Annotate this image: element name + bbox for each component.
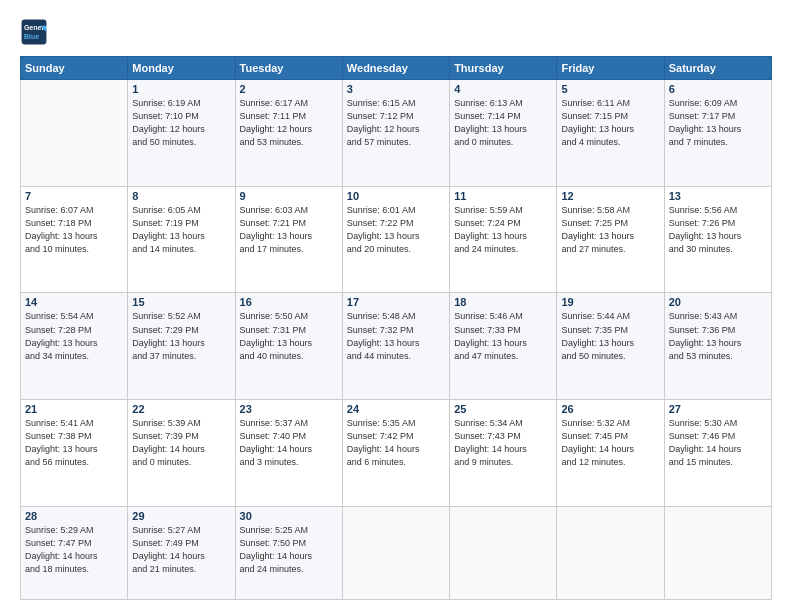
day-info: Sunrise: 6:11 AM Sunset: 7:15 PM Dayligh… [561,97,659,149]
calendar-cell: 22Sunrise: 5:39 AM Sunset: 7:39 PM Dayli… [128,400,235,507]
day-number: 1 [132,83,230,95]
weekday-header-sunday: Sunday [21,57,128,80]
day-number: 25 [454,403,552,415]
calendar-cell: 8Sunrise: 6:05 AM Sunset: 7:19 PM Daylig… [128,186,235,293]
day-number: 3 [347,83,445,95]
calendar-week-4: 21Sunrise: 5:41 AM Sunset: 7:38 PM Dayli… [21,400,772,507]
day-info: Sunrise: 5:27 AM Sunset: 7:49 PM Dayligh… [132,524,230,576]
day-info: Sunrise: 6:15 AM Sunset: 7:12 PM Dayligh… [347,97,445,149]
page: General Blue SundayMondayTuesdayWednesda… [0,0,792,612]
day-info: Sunrise: 6:17 AM Sunset: 7:11 PM Dayligh… [240,97,338,149]
day-info: Sunrise: 6:03 AM Sunset: 7:21 PM Dayligh… [240,204,338,256]
calendar-cell: 10Sunrise: 6:01 AM Sunset: 7:22 PM Dayli… [342,186,449,293]
day-number: 20 [669,296,767,308]
day-number: 29 [132,510,230,522]
day-number: 9 [240,190,338,202]
day-info: Sunrise: 6:19 AM Sunset: 7:10 PM Dayligh… [132,97,230,149]
calendar-week-2: 7Sunrise: 6:07 AM Sunset: 7:18 PM Daylig… [21,186,772,293]
calendar-cell: 1Sunrise: 6:19 AM Sunset: 7:10 PM Daylig… [128,80,235,187]
header: General Blue [20,18,772,46]
day-number: 19 [561,296,659,308]
day-info: Sunrise: 6:07 AM Sunset: 7:18 PM Dayligh… [25,204,123,256]
calendar-cell: 14Sunrise: 5:54 AM Sunset: 7:28 PM Dayli… [21,293,128,400]
calendar-cell [664,506,771,599]
calendar-cell: 5Sunrise: 6:11 AM Sunset: 7:15 PM Daylig… [557,80,664,187]
calendar-cell [21,80,128,187]
day-info: Sunrise: 5:58 AM Sunset: 7:25 PM Dayligh… [561,204,659,256]
day-info: Sunrise: 5:34 AM Sunset: 7:43 PM Dayligh… [454,417,552,469]
svg-rect-0 [22,20,47,45]
day-number: 2 [240,83,338,95]
day-number: 28 [25,510,123,522]
calendar-cell: 20Sunrise: 5:43 AM Sunset: 7:36 PM Dayli… [664,293,771,400]
calendar-cell [557,506,664,599]
day-info: Sunrise: 5:41 AM Sunset: 7:38 PM Dayligh… [25,417,123,469]
day-number: 23 [240,403,338,415]
day-number: 13 [669,190,767,202]
logo-icon: General Blue [20,18,48,46]
day-number: 14 [25,296,123,308]
calendar-header-row: SundayMondayTuesdayWednesdayThursdayFrid… [21,57,772,80]
calendar-cell: 26Sunrise: 5:32 AM Sunset: 7:45 PM Dayli… [557,400,664,507]
svg-text:Blue: Blue [24,33,39,40]
day-number: 26 [561,403,659,415]
calendar-week-1: 1Sunrise: 6:19 AM Sunset: 7:10 PM Daylig… [21,80,772,187]
day-info: Sunrise: 5:39 AM Sunset: 7:39 PM Dayligh… [132,417,230,469]
day-number: 17 [347,296,445,308]
day-number: 5 [561,83,659,95]
day-info: Sunrise: 5:29 AM Sunset: 7:47 PM Dayligh… [25,524,123,576]
calendar-cell: 11Sunrise: 5:59 AM Sunset: 7:24 PM Dayli… [450,186,557,293]
calendar-cell: 24Sunrise: 5:35 AM Sunset: 7:42 PM Dayli… [342,400,449,507]
calendar-cell: 12Sunrise: 5:58 AM Sunset: 7:25 PM Dayli… [557,186,664,293]
weekday-header-saturday: Saturday [664,57,771,80]
day-number: 21 [25,403,123,415]
day-number: 7 [25,190,123,202]
weekday-header-tuesday: Tuesday [235,57,342,80]
day-number: 15 [132,296,230,308]
calendar-cell: 6Sunrise: 6:09 AM Sunset: 7:17 PM Daylig… [664,80,771,187]
day-info: Sunrise: 5:44 AM Sunset: 7:35 PM Dayligh… [561,310,659,362]
day-number: 4 [454,83,552,95]
logo: General Blue [20,18,52,46]
day-info: Sunrise: 5:25 AM Sunset: 7:50 PM Dayligh… [240,524,338,576]
day-info: Sunrise: 6:01 AM Sunset: 7:22 PM Dayligh… [347,204,445,256]
day-number: 24 [347,403,445,415]
weekday-header-wednesday: Wednesday [342,57,449,80]
day-number: 16 [240,296,338,308]
day-info: Sunrise: 5:30 AM Sunset: 7:46 PM Dayligh… [669,417,767,469]
day-number: 22 [132,403,230,415]
calendar-cell: 29Sunrise: 5:27 AM Sunset: 7:49 PM Dayli… [128,506,235,599]
weekday-header-monday: Monday [128,57,235,80]
calendar-cell: 4Sunrise: 6:13 AM Sunset: 7:14 PM Daylig… [450,80,557,187]
calendar-cell: 3Sunrise: 6:15 AM Sunset: 7:12 PM Daylig… [342,80,449,187]
calendar-cell [450,506,557,599]
calendar-table: SundayMondayTuesdayWednesdayThursdayFrid… [20,56,772,600]
weekday-header-thursday: Thursday [450,57,557,80]
calendar-cell: 17Sunrise: 5:48 AM Sunset: 7:32 PM Dayli… [342,293,449,400]
calendar-cell: 25Sunrise: 5:34 AM Sunset: 7:43 PM Dayli… [450,400,557,507]
day-info: Sunrise: 6:09 AM Sunset: 7:17 PM Dayligh… [669,97,767,149]
day-info: Sunrise: 5:59 AM Sunset: 7:24 PM Dayligh… [454,204,552,256]
calendar-cell: 27Sunrise: 5:30 AM Sunset: 7:46 PM Dayli… [664,400,771,507]
calendar-cell: 2Sunrise: 6:17 AM Sunset: 7:11 PM Daylig… [235,80,342,187]
calendar-cell: 23Sunrise: 5:37 AM Sunset: 7:40 PM Dayli… [235,400,342,507]
calendar-cell: 13Sunrise: 5:56 AM Sunset: 7:26 PM Dayli… [664,186,771,293]
weekday-header-friday: Friday [557,57,664,80]
day-info: Sunrise: 5:48 AM Sunset: 7:32 PM Dayligh… [347,310,445,362]
day-number: 8 [132,190,230,202]
day-number: 11 [454,190,552,202]
calendar-cell: 15Sunrise: 5:52 AM Sunset: 7:29 PM Dayli… [128,293,235,400]
day-info: Sunrise: 5:37 AM Sunset: 7:40 PM Dayligh… [240,417,338,469]
day-info: Sunrise: 5:56 AM Sunset: 7:26 PM Dayligh… [669,204,767,256]
day-info: Sunrise: 5:43 AM Sunset: 7:36 PM Dayligh… [669,310,767,362]
calendar-cell: 21Sunrise: 5:41 AM Sunset: 7:38 PM Dayli… [21,400,128,507]
calendar-cell: 28Sunrise: 5:29 AM Sunset: 7:47 PM Dayli… [21,506,128,599]
day-number: 12 [561,190,659,202]
calendar-week-5: 28Sunrise: 5:29 AM Sunset: 7:47 PM Dayli… [21,506,772,599]
day-number: 6 [669,83,767,95]
day-info: Sunrise: 6:05 AM Sunset: 7:19 PM Dayligh… [132,204,230,256]
calendar-cell: 9Sunrise: 6:03 AM Sunset: 7:21 PM Daylig… [235,186,342,293]
day-number: 18 [454,296,552,308]
day-info: Sunrise: 5:32 AM Sunset: 7:45 PM Dayligh… [561,417,659,469]
calendar-cell [342,506,449,599]
